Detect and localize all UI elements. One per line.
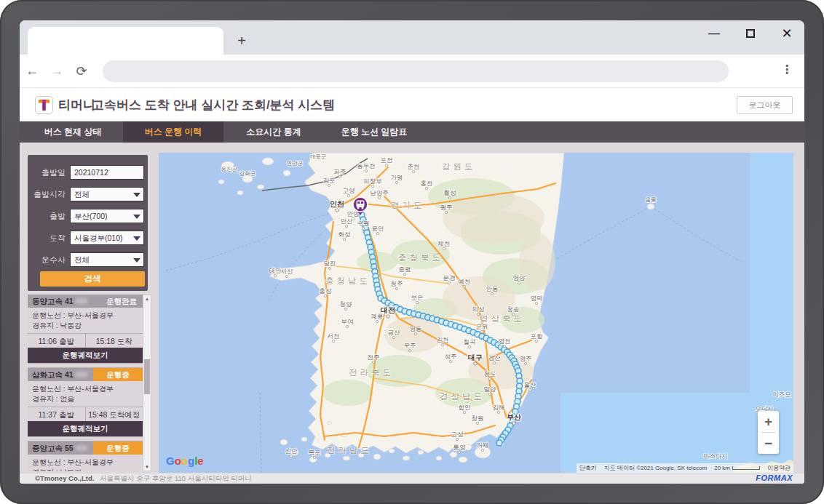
menu-kebab-icon[interactable]: ⋮	[780, 63, 794, 76]
svg-text:증평: 증평	[399, 265, 411, 273]
chevron-down-icon	[133, 193, 140, 197]
svg-text:경상북도: 경상북도	[480, 314, 525, 323]
map-shortcuts-link[interactable]: 단축키	[579, 464, 597, 472]
browser-toolbar: ← → ⟳	[20, 55, 804, 87]
zoom-out-button[interactable]: −	[758, 433, 779, 454]
copyright: ©Tmoney Co.,Ltd.	[35, 473, 94, 484]
svg-text:홍천: 홍천	[421, 180, 433, 187]
address-bar[interactable]	[103, 60, 729, 82]
search-button[interactable]: 검색	[40, 271, 145, 287]
forward-icon[interactable]: →	[44, 63, 69, 79]
origin-select[interactable]: 부산(700)	[70, 209, 144, 223]
svg-text:경기도: 경기도	[391, 201, 425, 209]
browser-tab[interactable]	[28, 27, 223, 55]
svg-text:서천: 서천	[328, 332, 340, 340]
svg-text:목포: 목포	[309, 449, 321, 456]
view-track-button[interactable]: 운행궤적보기	[28, 348, 143, 363]
svg-text:영덕: 영덕	[531, 295, 543, 302]
svg-text:가평: 가평	[391, 174, 403, 181]
scroll-up-icon[interactable]: ▲	[143, 295, 151, 303]
arrive-time: 15:18 도착	[86, 334, 143, 348]
svg-text:수원: 수원	[357, 220, 370, 227]
depart-time-select[interactable]: 전체	[70, 187, 144, 201]
map-zoom-controls: + −	[758, 411, 779, 454]
svg-text:개풍군: 개풍군	[310, 153, 327, 160]
map-data-credit: 지도 데이터 ©2021 Google, SK telecom	[604, 464, 708, 472]
status-badge: 운행중	[93, 368, 143, 381]
svg-text:의정부: 의정부	[363, 177, 382, 185]
bus-via: 경유지 : 낙동강	[32, 321, 138, 331]
svg-text:고양: 고양	[343, 187, 356, 194]
map-canvas[interactable]: 파주동두천포천의정부고양남양주가평춘천홍천횡성원주김포인천안양안산수원용인화성당…	[159, 153, 793, 473]
zoom-in-button[interactable]: +	[758, 411, 779, 432]
destination-select[interactable]: 서울경부(010)	[70, 231, 144, 245]
svg-text:청송: 청송	[507, 305, 520, 313]
svg-text:영양: 영양	[513, 274, 526, 281]
svg-text:고성: 고성	[451, 431, 464, 438]
list-scrollbar[interactable]: ▲ ▼	[143, 295, 151, 471]
svg-text:파주: 파주	[334, 168, 346, 175]
svg-text:인천: 인천	[330, 200, 344, 208]
map-terms-link[interactable]: 이용약관	[767, 464, 791, 472]
tab-travel-time-stats[interactable]: 소요시간 통계	[223, 121, 324, 143]
depart-time: 11:37 출발	[28, 407, 86, 421]
svg-text:포천: 포천	[381, 156, 393, 164]
bus-company: 동양고속 41	[32, 297, 74, 305]
svg-text:전주: 전주	[368, 353, 380, 361]
logout-button[interactable]: 로그아웃	[737, 96, 793, 114]
svg-text:금산: 금산	[388, 329, 401, 336]
svg-text:충청남도: 충청남도	[325, 276, 371, 285]
carrier-select[interactable]: 전체	[70, 252, 144, 267]
svg-text:남양주: 남양주	[370, 189, 389, 196]
page-footer: ©Tmoney Co.,Ltd. 서울특별시 중구 후암로 110 서울시티타워…	[20, 473, 804, 484]
destination-label: 도착	[28, 231, 66, 245]
svg-text:신안: 신안	[285, 447, 298, 455]
svg-text:충청북도: 충청북도	[398, 253, 443, 262]
scrollbar-thumb[interactable]	[144, 359, 150, 394]
back-icon[interactable]: ←	[20, 63, 44, 79]
maximize-icon[interactable]	[746, 29, 755, 38]
svg-text:부여: 부여	[341, 318, 354, 325]
svg-text:김포: 김포	[323, 177, 336, 184]
svg-text:태안: 태안	[269, 267, 282, 274]
svg-text:문경: 문경	[443, 274, 456, 281]
svg-text:밀양: 밀양	[484, 385, 497, 393]
company-address: 서울특별시 중구 후암로 110 서울시티타워 티머니	[100, 473, 252, 484]
svg-text:전라북도: 전라북도	[349, 368, 394, 377]
tab-bus-operation-history[interactable]: 버스 운행 이력	[123, 121, 223, 143]
bus-route: 운행노선 : 부산-서울경부	[32, 311, 138, 321]
svg-text:김천: 김천	[437, 336, 449, 343]
svg-text:울산: 울산	[524, 381, 537, 388]
svg-text:의성: 의성	[472, 305, 485, 313]
depart-time: 11:06 출발	[28, 334, 86, 348]
svg-text:안동: 안동	[486, 285, 499, 292]
tab-route-list[interactable]: 운행 노선 일람표	[324, 121, 424, 143]
svg-text:영동: 영동	[410, 325, 422, 332]
svg-text:옹진군: 옹진군	[221, 166, 238, 172]
svg-text:마스다시: 마스다시	[703, 452, 728, 460]
scroll-down-icon[interactable]: ▼	[143, 463, 151, 471]
reload-icon[interactable]: ⟳	[69, 63, 94, 79]
new-tab-button[interactable]: +	[233, 33, 250, 50]
tmoney-logo-icon	[35, 96, 53, 114]
depart-date-input[interactable]	[70, 165, 144, 180]
svg-text:울릉: 울릉	[646, 196, 657, 203]
map-scale: 20 km	[714, 465, 760, 471]
view-track-button[interactable]: 운행궤적보기	[28, 421, 143, 436]
window-controls: — ✕	[707, 20, 794, 47]
svg-text:통영: 통영	[453, 444, 466, 451]
svg-text:김해: 김해	[493, 404, 505, 411]
search-panel: 출발일 출발시각 전체 출발 부산(700) 도착 서울경부(010) 운수사 …	[28, 155, 148, 291]
tab-bus-current-status[interactable]: 버스 현재 상태	[23, 121, 123, 143]
close-icon[interactable]: ✕	[780, 25, 794, 41]
svg-text:경산: 경산	[488, 354, 502, 361]
svg-text:청도: 청도	[484, 370, 496, 377]
minimize-icon[interactable]: —	[707, 27, 721, 40]
brand-name: 티머니	[58, 97, 95, 113]
svg-text:연안군: 연안군	[287, 160, 304, 167]
svg-text:화성: 화성	[338, 231, 351, 238]
svg-text:이즈모: 이즈모	[772, 391, 791, 398]
device-frame: + — ✕ ← → ⟳ ⋮ 티머니 고속버스 도착 안내 실시간 조회/분석 시…	[0, 0, 824, 504]
svg-text:함안: 함안	[459, 404, 472, 411]
bus-route: 운행노선 : 부산-서울경부	[32, 384, 138, 394]
